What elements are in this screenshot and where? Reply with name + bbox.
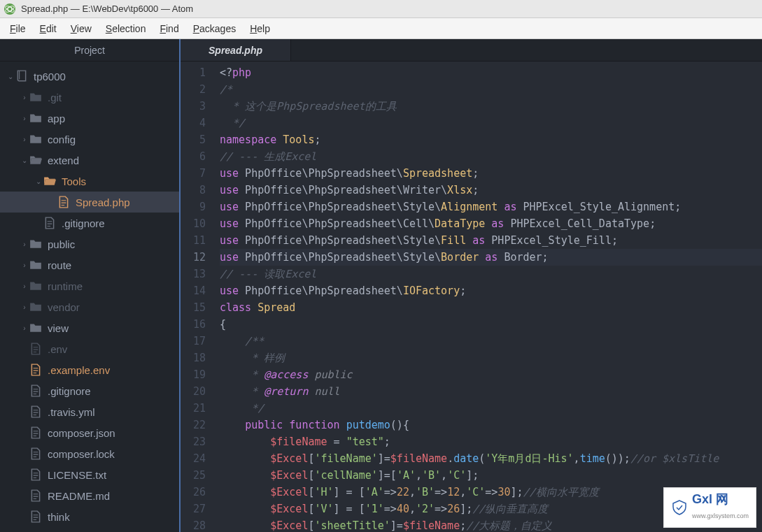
line-number[interactable]: 14 [181,282,206,299]
line-number[interactable]: 3 [181,98,206,115]
code-line[interactable]: /* [220,81,762,98]
tree-item--gitignore[interactable]: .gitignore [0,213,179,233]
menu-selection[interactable]: Selection [99,20,153,37]
code-line[interactable]: $fileName = "test"; [220,433,762,450]
line-number[interactable]: 18 [181,350,206,366]
tree-item-composer-json[interactable]: composer.json [0,422,179,443]
tree-item--travis-yml[interactable]: .travis.yml [0,401,179,422]
tree-item-runtime[interactable]: ›runtime [0,275,179,296]
line-number[interactable]: 4 [181,115,206,131]
code-line[interactable]: use PhpOffice\PhpSpreadsheet\Style\Align… [220,199,762,215]
disclosure-icon[interactable]: ⌄ [6,73,15,80]
code-content[interactable]: <?php/* * 这个是PhpSpreadsheet的工具 */namespa… [214,62,762,532]
code-line[interactable]: $Excel['cellName']=['A','B','C']; [220,467,762,484]
code-line[interactable]: use PhpOffice\PhpSpreadsheet\Style\Fill … [220,232,762,249]
disclosure-icon[interactable]: › [20,282,29,290]
line-number[interactable]: 26 [181,484,206,501]
disclosure-icon[interactable]: › [20,324,29,332]
disclosure-icon[interactable]: › [20,303,29,311]
tree-item-tp6000[interactable]: ⌄tp6000 [0,66,179,87]
disclosure-icon[interactable]: › [20,136,29,143]
tree-item--env[interactable]: .env [0,338,179,359]
tree-item-view[interactable]: ›view [0,317,179,338]
disclosure-icon[interactable]: › [20,240,29,248]
tree-item--git[interactable]: ›.git [0,87,179,108]
line-number[interactable]: 1 [181,64,206,81]
tree-item-readme-md[interactable]: README.md [0,485,179,506]
disclosure-icon[interactable]: › [20,94,29,101]
tree-item-label: composer.lock [48,448,115,460]
line-number[interactable]: 27 [181,501,206,517]
code-line[interactable]: use PhpOffice\PhpSpreadsheet\Writer\Xlsx… [220,182,762,199]
menu-find[interactable]: Find [153,20,185,37]
code-line[interactable]: <?php [220,64,762,81]
disclosure-icon[interactable]: › [20,261,29,269]
editor-area: Spread.php 12345678910111213141516171819… [181,39,762,532]
code-line[interactable]: public function putdemo(){ [220,417,762,433]
code-line[interactable]: /** [220,333,762,350]
menu-file[interactable]: File [3,20,33,37]
line-number[interactable]: 21 [181,400,206,417]
code-line[interactable]: namespace Tools; [220,131,762,148]
menu-edit[interactable]: Edit [33,20,64,37]
tree-item-public[interactable]: ›public [0,233,179,254]
tree-item-route[interactable]: ›route [0,254,179,275]
line-number[interactable]: 16 [181,316,206,333]
code-line[interactable]: * @return null [220,383,762,400]
line-number[interactable]: 23 [181,433,206,450]
code-line[interactable]: // --- 生成Excel [220,148,762,165]
line-number[interactable]: 5 [181,131,206,148]
code-line[interactable]: class Spread [220,299,762,316]
menu-help[interactable]: Help [243,20,277,37]
tree-item-app[interactable]: ›app [0,108,179,129]
tree-item--example-env[interactable]: .example.env [0,359,179,380]
file-tree[interactable]: ⌄tp6000›.git›app›config⌄extend⌄ToolsSpre… [0,62,179,532]
tree-item-vendor[interactable]: ›vendor [0,296,179,317]
tree-item-config[interactable]: ›config [0,129,179,150]
menu-view[interactable]: View [64,20,99,37]
code-line[interactable]: $Excel['fileName']=$fileName.date('Y年m月d… [220,450,762,467]
code-editor[interactable]: 1234567891011121314151617181920212223242… [181,62,762,532]
tree-item-license-txt[interactable]: LICENSE.txt [0,464,179,485]
line-number[interactable]: 20 [181,383,206,400]
code-line[interactable]: use PhpOffice\PhpSpreadsheet\Style\Borde… [220,249,762,266]
tree-item--gitignore[interactable]: .gitignore [0,380,179,401]
menu-packages[interactable]: Packages [186,20,244,37]
line-number[interactable]: 15 [181,299,206,316]
code-line[interactable]: use PhpOffice\PhpSpreadsheet\Cell\DataTy… [220,215,762,232]
line-number[interactable]: 17 [181,333,206,350]
window-title: Spread.php — E:\WebDev\tp6000 — Atom [21,3,193,14]
disclosure-icon[interactable]: ⌄ [34,178,43,185]
line-number[interactable]: 9 [181,199,206,215]
disclosure-icon[interactable]: ⌄ [20,157,29,164]
code-line[interactable]: use PhpOffice\PhpSpreadsheet\IOFactory; [220,282,762,299]
tab-active[interactable]: Spread.php [181,39,291,61]
code-line[interactable]: * 这个是PhpSpreadsheet的工具 [220,98,762,115]
code-line[interactable]: */ [220,115,762,131]
line-number[interactable]: 24 [181,450,206,467]
line-number[interactable]: 12 [181,249,206,266]
tree-item-spread-php[interactable]: Spread.php [0,192,179,213]
line-number[interactable]: 19 [181,366,206,383]
line-number[interactable]: 11 [181,232,206,249]
line-number[interactable]: 2 [181,81,206,98]
line-number[interactable]: 22 [181,417,206,433]
code-line[interactable]: use PhpOffice\PhpSpreadsheet\Spreadsheet… [220,165,762,182]
line-number[interactable]: 13 [181,266,206,282]
line-number[interactable]: 8 [181,182,206,199]
disclosure-icon[interactable]: › [20,115,29,122]
line-number[interactable]: 10 [181,215,206,232]
line-number[interactable]: 6 [181,148,206,165]
line-number[interactable]: 28 [181,517,206,532]
tree-item-tools[interactable]: ⌄Tools [0,171,179,192]
line-number[interactable]: 25 [181,467,206,484]
tree-item-think[interactable]: think [0,506,179,527]
tree-item-composer-lock[interactable]: composer.lock [0,443,179,464]
code-line[interactable]: */ [220,400,762,417]
code-line[interactable]: * @access public [220,366,762,383]
line-number[interactable]: 7 [181,165,206,182]
code-line[interactable]: // --- 读取Excel [220,266,762,282]
tree-item-extend[interactable]: ⌄extend [0,150,179,171]
code-line[interactable]: * 样例 [220,350,762,366]
code-line[interactable]: { [220,316,762,333]
